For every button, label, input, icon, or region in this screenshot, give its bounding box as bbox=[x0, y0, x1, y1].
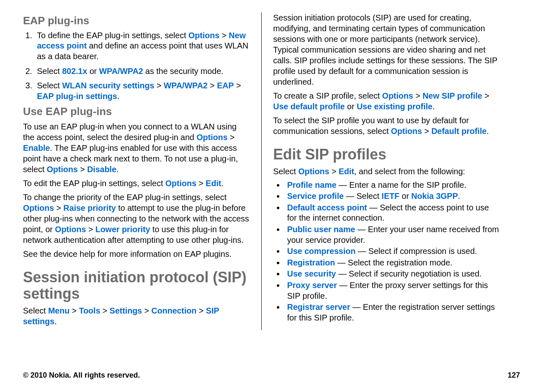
left-column: EAP plug-ins To define the EAP plug-in s… bbox=[23, 12, 261, 330]
ui-term: Nokia 3GPP bbox=[411, 191, 458, 201]
option-desc: — Select the registration mode. bbox=[335, 258, 453, 267]
ui-term: Edit bbox=[206, 179, 221, 188]
text: Select bbox=[23, 306, 48, 315]
text: . bbox=[116, 165, 119, 174]
sip-options-list: Profile name — Enter a name for the SIP … bbox=[273, 180, 499, 323]
ui-term: Raise priority bbox=[63, 203, 116, 212]
text: > bbox=[422, 127, 431, 136]
ui-term: Options bbox=[391, 127, 422, 136]
ui-term: EAP plug-in settings bbox=[37, 92, 117, 101]
step-2: Select 802.1x or WPA/WPA2 as the securit… bbox=[35, 66, 250, 77]
heading-use-eap: Use EAP plug-ins bbox=[23, 106, 250, 118]
option-desc: — Select if compression is used. bbox=[356, 247, 477, 256]
text: > bbox=[228, 133, 235, 142]
ui-term: Use default profile bbox=[273, 102, 345, 111]
text: . bbox=[221, 179, 224, 188]
list-item: Service profile — Select IETF or Nokia 3… bbox=[285, 191, 499, 202]
text: To change the priority of the EAP plug-i… bbox=[23, 193, 226, 202]
ui-term: Enable bbox=[23, 143, 50, 152]
text: > bbox=[482, 91, 489, 100]
ui-term: WPA/WPA2 bbox=[99, 67, 143, 76]
paragraph: To create a SIP profile, select Options … bbox=[273, 90, 499, 112]
option-desc: — Enter a name for the SIP profile. bbox=[336, 180, 466, 189]
text: . bbox=[433, 102, 435, 111]
ui-term: Options bbox=[189, 31, 220, 40]
ui-term: IETF bbox=[382, 191, 399, 201]
ui-term: Lower priority bbox=[95, 225, 150, 234]
text: . bbox=[458, 191, 460, 201]
text: > bbox=[86, 225, 95, 234]
list-item: Registration — Select the registration m… bbox=[285, 258, 499, 268]
ui-term: Tools bbox=[79, 306, 100, 315]
text: > bbox=[154, 81, 164, 90]
ui-term: Default profile bbox=[431, 127, 486, 136]
text: > bbox=[207, 81, 217, 90]
ui-term: EAP bbox=[217, 81, 234, 90]
heading-sip-settings: Session initiation protocol (SIP) settin… bbox=[23, 269, 250, 302]
text: To create a SIP profile, select bbox=[273, 91, 382, 100]
copyright-text: © 2010 Nokia. All rights reserved. bbox=[23, 371, 140, 380]
text: > bbox=[234, 81, 241, 90]
ui-term: Connection bbox=[152, 306, 197, 315]
option-name: Public user name bbox=[287, 225, 355, 234]
two-column-layout: EAP plug-ins To define the EAP plug-in s… bbox=[23, 12, 520, 330]
text: or bbox=[345, 102, 357, 111]
paragraph: To use an EAP plug-in when you connect t… bbox=[23, 121, 250, 175]
text: or bbox=[399, 191, 411, 201]
ui-term: Use existing profile bbox=[357, 102, 433, 111]
ui-term: Settings bbox=[110, 306, 142, 315]
page-footer: © 2010 Nokia. All rights reserved. 127 bbox=[23, 371, 520, 380]
option-name: Registration bbox=[287, 258, 335, 267]
option-name: Proxy server bbox=[287, 281, 337, 290]
list-item: Use compression — Select if compression … bbox=[285, 246, 499, 257]
ui-term: Options bbox=[298, 167, 329, 176]
ui-term: Options bbox=[23, 203, 54, 212]
ui-term: Options bbox=[196, 133, 228, 142]
manual-page: EAP plug-ins To define the EAP plug-in s… bbox=[0, 0, 543, 330]
ui-term: Edit bbox=[339, 167, 354, 176]
text: , and select from the following: bbox=[354, 167, 465, 176]
option-name: Use security bbox=[287, 269, 336, 278]
paragraph: See the device help for more information… bbox=[23, 249, 250, 259]
paragraph: Session initiation protocols (SIP) are u… bbox=[273, 12, 499, 87]
option-name: Default access point bbox=[287, 203, 367, 212]
text: Select bbox=[37, 81, 62, 90]
list-item: Registrar server — Enter the registratio… bbox=[285, 302, 499, 323]
text: > bbox=[219, 31, 229, 40]
text: > bbox=[329, 167, 339, 176]
option-name: Registrar server bbox=[287, 302, 350, 311]
step-1: To define the EAP plug-in settings, sele… bbox=[35, 30, 250, 62]
text: . bbox=[117, 92, 120, 101]
ui-term: Options bbox=[382, 91, 413, 100]
text: > bbox=[54, 203, 64, 212]
option-desc: — Select if security negotiation is used… bbox=[336, 269, 482, 278]
text: > bbox=[142, 306, 152, 315]
option-name: Service profile bbox=[287, 191, 344, 201]
page-number: 127 bbox=[508, 371, 520, 380]
paragraph: To change the priority of the EAP plug-i… bbox=[23, 192, 250, 245]
text: or bbox=[87, 67, 99, 76]
text: > bbox=[197, 306, 206, 315]
list-item: Default access point — Select the access… bbox=[285, 203, 499, 224]
paragraph: To select the SIP profile you want to us… bbox=[273, 115, 499, 136]
heading-eap-plugins: EAP plug-ins bbox=[23, 15, 250, 27]
paragraph: Select Options > Edit, and select from t… bbox=[273, 166, 499, 177]
text: > bbox=[78, 165, 87, 174]
text: Select bbox=[273, 167, 298, 176]
paragraph: Select Menu > Tools > Settings > Connect… bbox=[23, 305, 250, 327]
text: > bbox=[100, 306, 110, 315]
ui-term: Options bbox=[166, 179, 197, 188]
text: as the security mode. bbox=[143, 67, 223, 76]
ui-term: Disable bbox=[87, 165, 116, 174]
paragraph: To edit the EAP plug-in settings, select… bbox=[23, 178, 250, 189]
heading-edit-sip: Edit SIP profiles bbox=[273, 146, 499, 163]
text: . bbox=[487, 127, 489, 136]
list-item: Public user name — Enter your user name … bbox=[285, 224, 499, 245]
ui-term: Menu bbox=[48, 306, 69, 315]
text: Select bbox=[37, 67, 62, 76]
eap-steps-list: To define the EAP plug-in settings, sele… bbox=[23, 30, 250, 102]
ui-term: WLAN security settings bbox=[62, 81, 154, 90]
text: > bbox=[69, 306, 79, 315]
right-column: Session initiation protocols (SIP) are u… bbox=[261, 12, 499, 330]
text: To define the EAP plug-in settings, sele… bbox=[37, 31, 189, 40]
